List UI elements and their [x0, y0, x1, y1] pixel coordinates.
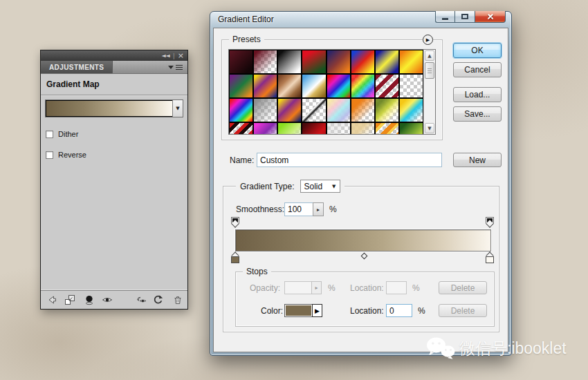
- gradient-preset[interactable]: [375, 50, 399, 74]
- minimize-button[interactable]: [435, 11, 454, 23]
- gradient-preset[interactable]: [277, 74, 302, 98]
- gradient-preset[interactable]: [253, 50, 277, 74]
- opacity-spinner-button: ▸: [311, 281, 322, 294]
- gradient-preset[interactable]: [327, 74, 351, 98]
- gradient-preset[interactable]: [229, 122, 253, 135]
- location-label-bottom: Location:: [350, 306, 384, 316]
- adjustments-panel: ◄◄ | × ADJUSTMENTS Gradient Map ▼ Dither…: [40, 50, 188, 310]
- opacity-stop-right[interactable]: [486, 217, 495, 229]
- gradient-preset[interactable]: [399, 74, 423, 98]
- gradient-type-label: Gradient Type:: [240, 182, 295, 191]
- gradient-type-select[interactable]: Solid ▼: [300, 180, 340, 193]
- gradient-preset[interactable]: [351, 98, 375, 122]
- gradient-preset[interactable]: [253, 74, 277, 98]
- gradient-preset[interactable]: [399, 98, 423, 122]
- clip-to-layer-icon[interactable]: [84, 294, 95, 305]
- scroll-up-button[interactable]: ▲: [425, 50, 434, 61]
- gradient-preset[interactable]: [351, 50, 375, 74]
- gradient-preset[interactable]: [351, 122, 375, 135]
- gradient-preset[interactable]: [277, 98, 302, 122]
- panel-body: Gradient Map ▼ Dither Reverse: [41, 74, 187, 292]
- gradient-preset[interactable]: [253, 98, 277, 122]
- delete-opacity-stop-button[interactable]: Delete: [439, 281, 487, 294]
- color-swatch[interactable]: [284, 304, 313, 317]
- gradient-preset[interactable]: [253, 122, 277, 135]
- presets-scrollbar[interactable]: ▲ ▼: [423, 50, 435, 134]
- location-input-bottom[interactable]: [386, 304, 412, 317]
- close-icon: [486, 12, 495, 21]
- expanded-view-icon[interactable]: [64, 294, 75, 305]
- gradient-picker-dropdown-button[interactable]: ▼: [172, 100, 183, 117]
- dialog-titlebar[interactable]: Gradient Editor: [210, 12, 511, 28]
- spinner-arrow-icon: ▸: [317, 207, 320, 213]
- cancel-button[interactable]: Cancel: [453, 62, 502, 77]
- header-separator: |: [173, 53, 175, 59]
- panel-menu-button[interactable]: [168, 61, 187, 73]
- color-stop-right[interactable]: [486, 252, 495, 264]
- gradient-preset[interactable]: [327, 98, 351, 122]
- delete-color-stop-button[interactable]: Delete: [439, 304, 487, 317]
- presets-flyout-button[interactable]: ▶: [423, 35, 433, 45]
- name-input[interactable]: [257, 153, 442, 167]
- new-button[interactable]: New: [453, 153, 502, 167]
- scroll-down-icon: ▼: [428, 126, 431, 131]
- gradient-preset[interactable]: [351, 74, 375, 98]
- scroll-down-button[interactable]: ▼: [425, 123, 434, 133]
- panel-footer-toolbar: [41, 290, 187, 309]
- gradient-preset[interactable]: [375, 98, 399, 122]
- gradient-preset[interactable]: [229, 50, 253, 74]
- name-label: Name:: [230, 155, 254, 165]
- color-swatch-arrow-button[interactable]: ▶: [312, 304, 322, 317]
- gradient-preset[interactable]: [277, 50, 302, 74]
- gradient-preset[interactable]: [302, 74, 326, 98]
- dither-checkbox[interactable]: [46, 131, 53, 138]
- color-stop-left[interactable]: [231, 252, 240, 264]
- gradient-preset[interactable]: [327, 122, 351, 135]
- gradient-preset[interactable]: [302, 98, 326, 122]
- gradient-type-row: Gradient Type: Solid ▼: [236, 180, 344, 193]
- gradient-midpoint-diamond[interactable]: [361, 253, 368, 260]
- presets-grid: [229, 50, 423, 135]
- gradient-preset[interactable]: [399, 122, 423, 135]
- opacity-label: Opacity:: [250, 283, 280, 293]
- gradient-preset[interactable]: [375, 122, 399, 135]
- gradient-preset[interactable]: [229, 98, 253, 122]
- presets-listbox: ▲ ▼: [228, 49, 436, 135]
- maximize-button[interactable]: [454, 11, 475, 23]
- smoothness-input[interactable]: [284, 202, 313, 216]
- minimize-icon: [442, 18, 448, 20]
- flyout-arrow-icon: ▶: [426, 37, 430, 43]
- collapse-to-icons-icon[interactable]: ◄◄: [161, 53, 169, 59]
- gradient-preset[interactable]: [302, 122, 326, 135]
- panel-close-icon[interactable]: ×: [178, 53, 184, 59]
- close-button[interactable]: [475, 11, 506, 23]
- reset-icon[interactable]: [152, 294, 163, 305]
- location-label-top: Location:: [350, 283, 384, 293]
- opacity-stop-left[interactable]: [231, 217, 240, 229]
- gradient-preset[interactable]: [277, 122, 302, 135]
- gradient-preset[interactable]: [399, 50, 423, 74]
- gradient-preset[interactable]: [302, 50, 326, 74]
- previous-state-eye-icon[interactable]: [136, 294, 147, 305]
- visibility-eye-icon[interactable]: [102, 294, 113, 305]
- gradient-preset[interactable]: [229, 74, 253, 98]
- ok-button[interactable]: OK: [453, 43, 502, 58]
- scroll-up-icon: ▲: [428, 53, 431, 59]
- save-button[interactable]: Save...: [453, 106, 502, 122]
- scroll-thumb[interactable]: [425, 62, 434, 79]
- return-to-adjustment-list-icon[interactable]: [46, 294, 57, 305]
- gradient-map-picker[interactable]: ▼: [45, 99, 183, 117]
- smoothness-percent: %: [329, 205, 337, 214]
- smoothness-spinner-button[interactable]: ▸: [313, 202, 324, 216]
- gradient-preset[interactable]: [375, 74, 399, 98]
- panel-header-bar: ◄◄ | ×: [41, 50, 187, 61]
- smoothness-label: Smoothness:: [236, 205, 284, 214]
- tab-adjustments[interactable]: ADJUSTMENTS: [41, 61, 113, 73]
- opacity-percent: %: [328, 283, 336, 293]
- trash-icon[interactable]: [172, 294, 183, 305]
- gradient-map-preview[interactable]: [46, 100, 172, 117]
- reverse-checkbox[interactable]: [46, 151, 53, 159]
- gradient-preview-bar[interactable]: [235, 229, 491, 251]
- gradient-preset[interactable]: [327, 50, 351, 74]
- load-button[interactable]: Load...: [453, 87, 502, 102]
